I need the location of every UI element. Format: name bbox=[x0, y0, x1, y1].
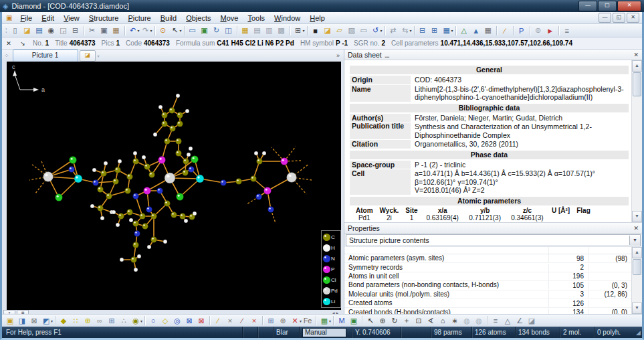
dropdown-arrow-icon[interactable]: ▾ bbox=[410, 28, 412, 33]
home-view-icon[interactable]: ⌂ bbox=[437, 315, 449, 326]
view-picture-icon[interactable]: ▭ bbox=[358, 25, 370, 36]
new-picture-dropdown-icon[interactable]: ▾ bbox=[98, 54, 100, 58]
properties-scrollbar[interactable]: ▲ ▼ bbox=[631, 247, 642, 314]
new-document-icon[interactable]: ▯ bbox=[9, 25, 21, 36]
menu-window[interactable]: Window bbox=[270, 13, 305, 23]
ring-blue-icon[interactable]: ○ bbox=[147, 315, 159, 326]
structure-canvas[interactable]: ca CHNPClPdLi bbox=[7, 62, 341, 310]
diagram-table-icon[interactable]: ▦ bbox=[482, 25, 494, 36]
menu-file[interactable]: File bbox=[15, 13, 37, 23]
ring-yellow-icon[interactable]: ◇ bbox=[159, 315, 171, 326]
menu-tools[interactable]: Tools bbox=[243, 13, 270, 23]
toolbar-overflow-icon[interactable]: ≡ bbox=[561, 25, 573, 36]
zoom-window-icon[interactable]: ⊡ bbox=[413, 315, 425, 326]
menu-build[interactable]: Build bbox=[156, 13, 181, 23]
bond-icon[interactable]: ∕ bbox=[212, 315, 224, 326]
dropdown-arrow-icon[interactable]: ▾ bbox=[51, 319, 53, 323]
new-picture-icon[interactable]: ◪ bbox=[322, 25, 334, 36]
tab-overflow-chevrons[interactable]: » bbox=[336, 52, 344, 59]
scroll-up-icon[interactable]: ▲ bbox=[632, 60, 642, 72]
menu-picture[interactable]: Picture bbox=[123, 13, 155, 23]
record-pointer-icon[interactable]: ↘ bbox=[19, 40, 27, 47]
datasheet-scrollbar[interactable]: ▲ ▼ bbox=[631, 60, 642, 222]
dropdown-arrow-icon[interactable]: ▾ bbox=[329, 319, 331, 323]
close-button[interactable]: ✕ bbox=[617, 1, 641, 11]
fe-bond-icon[interactable]: Fe bbox=[302, 315, 314, 326]
transfer-icon[interactable]: ⇄ bbox=[387, 25, 399, 36]
dropdown-arrow-icon[interactable]: ▾ bbox=[303, 28, 305, 33]
datasheet-pin-icon[interactable]: ▁ bbox=[385, 52, 389, 58]
scroll-thumb[interactable] bbox=[633, 259, 641, 275]
layout-split-icon[interactable]: ⊟ bbox=[417, 25, 429, 36]
plane-icon[interactable]: ⊕ bbox=[277, 315, 289, 326]
diagram-powder-icon[interactable]: △ bbox=[458, 25, 470, 36]
cut-icon[interactable]: ✂ bbox=[86, 25, 98, 36]
diagram-chart-icon[interactable]: ▲ bbox=[470, 25, 482, 36]
build-picture-icon[interactable]: ▣ bbox=[4, 315, 16, 326]
move-mode-icon[interactable]: ⊕ bbox=[377, 315, 389, 326]
spin-icon[interactable]: ∗ bbox=[449, 315, 461, 326]
connect-atoms-icon[interactable]: ∞ bbox=[94, 315, 106, 326]
rotate-mode-icon[interactable]: ↻ bbox=[389, 315, 401, 326]
restore-button[interactable]: ▢ bbox=[598, 1, 617, 11]
viewport-rotate-icon[interactable]: ↻ bbox=[211, 25, 223, 36]
table-gray2-icon[interactable]: ▥ bbox=[263, 25, 276, 36]
wizard-icon[interactable]: ∕ bbox=[499, 25, 511, 36]
menu-objects[interactable]: Objects bbox=[181, 13, 215, 23]
mdi-restore-button[interactable]: ◱ bbox=[613, 13, 625, 23]
layout-grid-icon[interactable]: ⊞ bbox=[429, 25, 441, 36]
dropdown-arrow-icon[interactable]: ▾ bbox=[451, 28, 453, 33]
reflex-icon[interactable]: ⊚ bbox=[532, 25, 544, 36]
tab-handle-icon[interactable]: ⁘ bbox=[4, 52, 9, 59]
lattice-x-red-icon[interactable]: ⊠ bbox=[195, 315, 207, 326]
pan-mode-icon[interactable]: + bbox=[401, 315, 413, 326]
scroll-down-icon[interactable]: ▼ bbox=[632, 211, 642, 222]
angle-view-icon[interactable]: ∢ bbox=[425, 315, 437, 326]
copy-icon[interactable]: ▣ bbox=[98, 25, 110, 36]
paste-icon[interactable]: ▦ bbox=[110, 25, 122, 36]
measure-angle-icon[interactable]: △ bbox=[502, 315, 514, 326]
ring-fill-icon[interactable]: ◎ bbox=[171, 315, 183, 326]
tracking-flag-icon[interactable]: ► bbox=[544, 25, 556, 36]
scroll-down-icon[interactable]: ▼ bbox=[632, 303, 642, 314]
add-atom-icon[interactable]: ⊕ bbox=[82, 315, 94, 326]
viewport-picture-icon[interactable]: ▭ bbox=[187, 25, 199, 36]
find-icon[interactable]: ◉ bbox=[45, 25, 58, 36]
table-gray3-icon[interactable]: ▩ bbox=[276, 25, 288, 36]
minimize-button[interactable]: — bbox=[578, 1, 597, 11]
molecule-m-icon[interactable]: M bbox=[336, 315, 348, 326]
picture-settings-icon[interactable]: ▣ bbox=[348, 315, 360, 326]
fly-disabled-icon[interactable]: ◍ bbox=[473, 315, 485, 326]
print-preview-icon[interactable]: ◲ bbox=[58, 25, 70, 36]
dropdown-arrow-icon[interactable]: ▾ bbox=[180, 28, 182, 33]
properties-close-icon[interactable]: ✕ bbox=[633, 225, 639, 232]
save-picture-icon[interactable]: ▨ bbox=[346, 25, 358, 36]
add-picture-icon[interactable]: ▱ bbox=[334, 25, 346, 36]
polyhedron-icon[interactable]: ◆ bbox=[58, 315, 70, 326]
dropdown-arrow-icon[interactable]: ▾ bbox=[381, 28, 383, 33]
lattice-icon[interactable]: ⊞ bbox=[106, 315, 118, 326]
table-yellow-icon[interactable]: ▦ bbox=[239, 25, 251, 36]
scroll-up-icon[interactable]: ▲ bbox=[632, 247, 642, 258]
mdi-close-button[interactable]: ✕ bbox=[627, 13, 639, 23]
mdi-minimize-button[interactable]: — bbox=[599, 13, 611, 23]
menu-help[interactable]: Help bbox=[305, 13, 330, 23]
atom-group-icon[interactable]: ∷ bbox=[70, 315, 82, 326]
save-icon[interactable]: ▤ bbox=[33, 25, 45, 36]
menu-edit[interactable]: Edit bbox=[37, 13, 59, 23]
cluster-icon[interactable]: ∴ bbox=[118, 315, 130, 326]
new-picture-tab-button[interactable]: ◪ bbox=[80, 50, 96, 62]
picture-black-icon[interactable]: ■ bbox=[310, 25, 322, 36]
viewport-layout-icon[interactable]: ◫ bbox=[223, 25, 235, 36]
open-icon[interactable]: ◪ bbox=[21, 25, 33, 36]
properties-dropdown[interactable]: Structure picture contents ▼ bbox=[346, 234, 641, 246]
print-icon[interactable]: ⊟ bbox=[70, 25, 82, 36]
contact-icon[interactable]: × bbox=[224, 315, 236, 326]
menu-view[interactable]: View bbox=[59, 13, 84, 23]
measure-torsion-icon[interactable]: ∠ bbox=[514, 315, 526, 326]
hbond-icon[interactable]: ∕ bbox=[236, 315, 248, 326]
destroy-bond-icon[interactable]: × bbox=[248, 315, 260, 326]
table-gray1-icon[interactable]: ▤ bbox=[251, 25, 263, 36]
lattice-x-icon[interactable]: ⊠ bbox=[183, 315, 195, 326]
scroll-thumb[interactable] bbox=[633, 72, 641, 96]
